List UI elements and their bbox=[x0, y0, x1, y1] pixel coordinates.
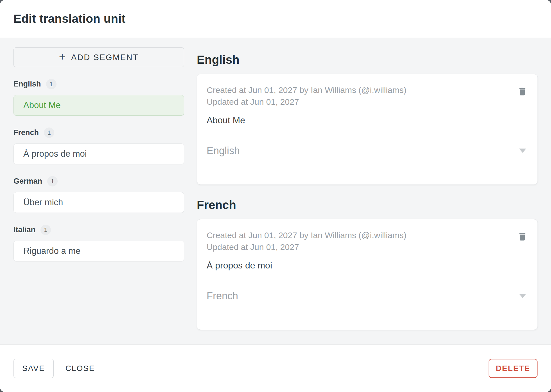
section-heading: English bbox=[197, 53, 538, 67]
language-label: French bbox=[13, 128, 39, 137]
segment-count-badge: 1 bbox=[44, 127, 54, 138]
segment-count-badge: 1 bbox=[47, 176, 58, 186]
delete-segment-button[interactable] bbox=[516, 230, 529, 243]
segment-item-german[interactable]: Über mich bbox=[13, 192, 184, 213]
dialog-footer: SAVE CLOSE DELETE bbox=[0, 344, 551, 392]
card-meta: Created at Jun 01, 2027 by Ian Williams … bbox=[207, 229, 407, 253]
trash-icon bbox=[517, 86, 527, 97]
segment-item-french[interactable]: À propos de moi bbox=[13, 143, 184, 164]
save-button[interactable]: SAVE bbox=[13, 359, 54, 378]
dialog-header: Edit translation unit bbox=[0, 0, 551, 38]
dialog-title: Edit translation unit bbox=[13, 12, 126, 26]
language-select[interactable]: English bbox=[207, 145, 528, 162]
translation-card: Created at Jun 01, 2027 by Ian Williams … bbox=[197, 74, 538, 185]
language-select[interactable]: French bbox=[207, 290, 528, 307]
segment-item-text: Über mich bbox=[23, 197, 63, 208]
add-segment-button[interactable]: + ADD SEGMENT bbox=[13, 47, 184, 67]
language-group-header-french: French 1 bbox=[13, 127, 184, 138]
translation-section-english: English Created at Jun 01, 2027 by Ian W… bbox=[197, 53, 538, 185]
segment-item-text: Riguardo a me bbox=[23, 246, 80, 256]
plus-icon: + bbox=[59, 51, 66, 62]
delete-segment-button[interactable] bbox=[516, 85, 529, 98]
segments-sidebar: + ADD SEGMENT English 1 About Me French … bbox=[13, 47, 184, 344]
language-group-header-english: English 1 bbox=[13, 79, 184, 89]
card-header-row: Created at Jun 01, 2027 by Ian Williams … bbox=[207, 229, 528, 253]
delete-button[interactable]: DELETE bbox=[489, 359, 538, 378]
language-group-header-german: German 1 bbox=[13, 176, 184, 186]
card-header-row: Created at Jun 01, 2027 by Ian Williams … bbox=[207, 84, 528, 108]
dialog-body: + ADD SEGMENT English 1 About Me French … bbox=[0, 38, 551, 344]
updated-at-text: Updated at Jun 01, 2027 bbox=[207, 96, 407, 108]
translation-section-french: French Created at Jun 01, 2027 by Ian Wi… bbox=[197, 198, 538, 330]
segment-item-italian[interactable]: Riguardo a me bbox=[13, 241, 184, 261]
segment-item-text: About Me bbox=[23, 100, 61, 110]
language-select-value: French bbox=[207, 290, 238, 302]
translation-card: Created at Jun 01, 2027 by Ian Williams … bbox=[197, 219, 538, 330]
trash-icon bbox=[517, 232, 527, 242]
segment-count-badge: 1 bbox=[46, 79, 57, 89]
chevron-down-icon bbox=[519, 294, 526, 298]
section-heading: French bbox=[197, 198, 538, 212]
card-meta: Created at Jun 01, 2027 by Ian Williams … bbox=[207, 84, 407, 108]
segment-text[interactable]: About Me bbox=[207, 114, 528, 126]
segment-item-text: À propos de moi bbox=[23, 149, 87, 159]
language-select-value: English bbox=[207, 145, 240, 157]
close-button[interactable]: CLOSE bbox=[57, 359, 104, 378]
created-at-text: Created at Jun 01, 2027 by Ian Williams … bbox=[207, 84, 407, 96]
language-label: English bbox=[13, 80, 41, 88]
chevron-down-icon bbox=[519, 149, 526, 153]
created-at-text: Created at Jun 01, 2027 by Ian Williams … bbox=[207, 229, 407, 241]
updated-at-text: Updated at Jun 01, 2027 bbox=[207, 241, 407, 253]
language-label: Italian bbox=[13, 225, 35, 234]
translations-panel: English Created at Jun 01, 2027 by Ian W… bbox=[197, 47, 538, 344]
language-group-header-italian: Italian 1 bbox=[13, 225, 184, 235]
segment-text[interactable]: À propos de moi bbox=[207, 259, 528, 272]
footer-left-actions: SAVE CLOSE bbox=[13, 359, 489, 378]
edit-translation-unit-dialog: Edit translation unit + ADD SEGMENT Engl… bbox=[0, 0, 551, 392]
segment-count-badge: 1 bbox=[40, 225, 51, 235]
add-segment-label: ADD SEGMENT bbox=[71, 53, 139, 62]
segment-item-english[interactable]: About Me bbox=[13, 95, 184, 116]
language-label: German bbox=[13, 177, 42, 186]
